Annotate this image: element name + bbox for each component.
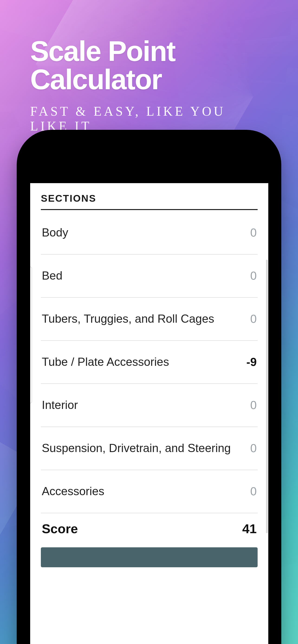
section-row-value: 0 xyxy=(240,398,257,412)
section-row-label: Body xyxy=(42,226,75,240)
primary-action-button[interactable] xyxy=(41,547,258,567)
section-row-value: 0 xyxy=(240,269,257,282)
phone-device-frame: SECTIONS Body0Bed0Tubers, Truggies, and … xyxy=(17,130,281,644)
section-row-value: 0 xyxy=(240,485,257,498)
score-row: Score 41 xyxy=(41,513,258,546)
section-row-label: Suspension, Drivetrain, and Steering xyxy=(42,442,238,455)
section-row-label: Interior xyxy=(42,398,85,412)
section-row-label: Tube / Plate Accessories xyxy=(42,356,176,369)
section-row-label: Tubers, Truggies, and Roll Cages xyxy=(42,312,221,326)
hero-title: Scale Point Calculator xyxy=(30,37,268,94)
sections-header: SECTIONS xyxy=(41,193,258,210)
section-row-value: -9 xyxy=(240,356,257,369)
section-row-value: 0 xyxy=(240,312,257,326)
section-row-value: 0 xyxy=(240,442,257,455)
section-row[interactable]: Tubers, Truggies, and Roll Cages0 xyxy=(41,298,258,341)
section-row[interactable]: Suspension, Drivetrain, and Steering0 xyxy=(41,427,258,470)
phone-screen: SECTIONS Body0Bed0Tubers, Truggies, and … xyxy=(30,183,268,644)
section-row[interactable]: Body0 xyxy=(41,212,258,254)
section-row-label: Bed xyxy=(42,269,69,282)
section-row[interactable]: Tube / Plate Accessories-9 xyxy=(41,341,258,384)
section-row[interactable]: Bed0 xyxy=(41,254,258,298)
section-row-value: 0 xyxy=(240,226,257,240)
sections-list: Body0Bed0Tubers, Truggies, and Roll Cage… xyxy=(41,212,258,513)
section-row[interactable]: Interior0 xyxy=(41,384,258,427)
score-value: 41 xyxy=(242,521,257,536)
hero-block: Scale Point Calculator FAST & EASY, LIKE… xyxy=(0,37,298,134)
drawer-edge-handle[interactable] xyxy=(30,266,32,403)
score-label: Score xyxy=(42,521,78,536)
section-row-label: Accessories xyxy=(42,485,111,498)
scrollbar[interactable] xyxy=(266,260,268,533)
hero-tagline: FAST & EASY, LIKE YOU LIKE IT xyxy=(30,104,268,134)
section-row[interactable]: Accessories0 xyxy=(41,470,258,513)
